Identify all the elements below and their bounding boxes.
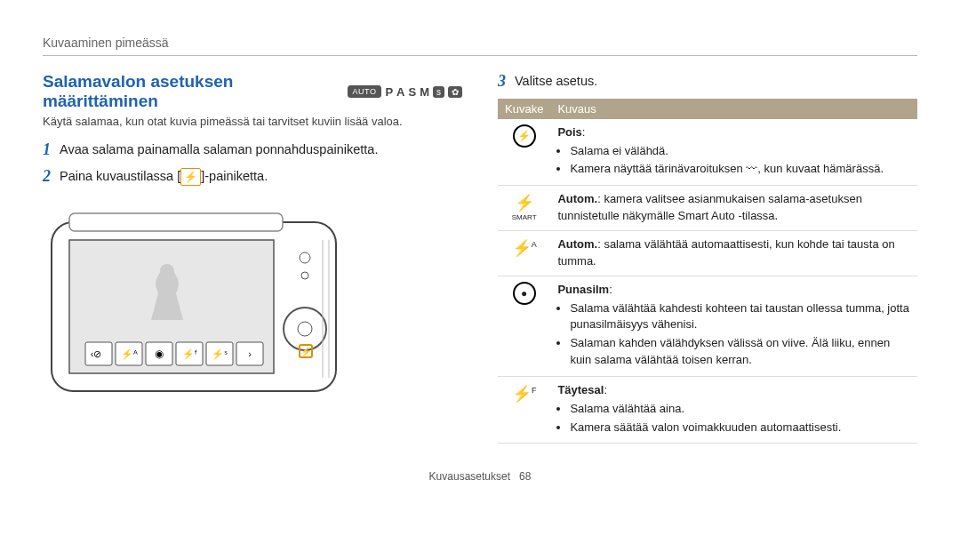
flash-button-icon: ⚡ bbox=[180, 168, 201, 186]
section-heading-row: Salamavalon asetuksen määrittäminen AUTO… bbox=[43, 72, 462, 111]
table-row: ● Punasilm: Salama välähtää kahdesti koh… bbox=[498, 276, 917, 376]
svg-text:⚡: ⚡ bbox=[300, 346, 312, 357]
two-column-layout: Salamavalon asetuksen määrittäminen AUTO… bbox=[43, 72, 917, 444]
right-column: 3 Valitse asetus. Kuvake Kuvaus ⚡ bbox=[498, 72, 917, 444]
page-footer: Kuvausasetukset 68 bbox=[43, 470, 917, 483]
step-text: Valitse asetus. bbox=[515, 72, 597, 92]
svg-text:◉: ◉ bbox=[155, 348, 164, 360]
svg-text:⚡ᶠ: ⚡ᶠ bbox=[182, 348, 197, 360]
bullet: Kamera näyttää tärinävaroituksen 〰, kun … bbox=[570, 161, 910, 178]
step-number: 2 bbox=[43, 167, 51, 187]
section-intro: Käytä salamaa, kun otat kuvia pimeässä t… bbox=[43, 115, 462, 128]
desc-cell: Pois: Salama ei välähdä. Kamera näyttää … bbox=[550, 119, 917, 186]
step2-suffix: ]-painiketta. bbox=[201, 169, 268, 183]
table-row: ⚡ Pois: Salama ei välähdä. Kamera näyttä… bbox=[498, 119, 917, 186]
step2-prefix: Paina kuvaustilassa [ bbox=[60, 169, 180, 183]
section-title: Salamavalon asetuksen määrittäminen bbox=[43, 72, 339, 111]
svg-point-3 bbox=[160, 264, 174, 278]
desc-cell: Täytesal: Salama välähtää aina. Kamera s… bbox=[550, 376, 917, 444]
mode-extra2-icon: ✿ bbox=[448, 86, 462, 98]
th-icon: Kuvake bbox=[498, 99, 550, 119]
icon-flash-off: ⚡ bbox=[498, 119, 550, 186]
step-text: Paina kuvaustilassa [⚡]-painiketta. bbox=[60, 167, 268, 187]
mode-a-icon: A bbox=[396, 85, 404, 99]
mode-s-icon: S bbox=[408, 85, 416, 99]
step-3: 3 Valitse asetus. bbox=[498, 72, 917, 92]
mode-p-icon: P bbox=[385, 85, 393, 99]
row-title: Pois bbox=[557, 125, 581, 139]
options-table: Kuvake Kuvaus ⚡ Pois: Salama ei välähdä. bbox=[498, 99, 917, 444]
table-row: ⚡A Autom.: salama välähtää automaattises… bbox=[498, 230, 917, 276]
svg-text:⚡ˢ: ⚡ˢ bbox=[212, 348, 228, 360]
bullet: Kamera säätää valon voimakkuuden automaa… bbox=[570, 420, 910, 436]
svg-text:‹⊘: ‹⊘ bbox=[91, 348, 102, 359]
bullet: Salaman kahden välähdyksen välissä on vi… bbox=[570, 335, 910, 369]
svg-text:⚡ᴬ: ⚡ᴬ bbox=[121, 348, 138, 360]
th-desc: Kuvaus bbox=[550, 99, 917, 119]
step-2: 2 Paina kuvaustilassa [⚡]-painiketta. bbox=[43, 167, 462, 187]
divider bbox=[43, 55, 917, 56]
left-column: Salamavalon asetuksen määrittäminen AUTO… bbox=[43, 72, 462, 444]
row-title: Täytesal bbox=[557, 383, 604, 396]
chapter-title: Kuvaaminen pimeässä bbox=[43, 36, 917, 50]
icon-redeye: ● bbox=[498, 276, 550, 376]
manual-page: Kuvaaminen pimeässä Salamavalon asetukse… bbox=[0, 0, 960, 500]
footer-section: Kuvausasetukset bbox=[429, 470, 510, 483]
icon-flash-smart: ⚡SMART bbox=[498, 186, 550, 231]
row-plain: : salama välähtää automaattisesti, kun k… bbox=[557, 237, 894, 268]
mode-extra1-icon: s bbox=[433, 86, 444, 98]
mode-auto-icon: AUTO bbox=[348, 85, 382, 98]
desc-cell: Autom.: salama välähtää automaattisesti,… bbox=[550, 230, 917, 276]
table-row: ⚡F Täytesal: Salama välähtää aina. Kamer… bbox=[498, 376, 917, 444]
row-title: Punasilm bbox=[557, 283, 609, 296]
step-number: 3 bbox=[498, 72, 506, 92]
step-1: 1 Avaa salama painamalla salaman ponnahd… bbox=[43, 140, 462, 160]
footer-page: 68 bbox=[519, 470, 531, 483]
bullet: Salama ei välähdä. bbox=[570, 143, 910, 160]
mode-icons: AUTO P A S M s ✿ bbox=[348, 85, 462, 99]
row-plain: : kamera valitsee asianmukaisen salama-a… bbox=[557, 192, 861, 222]
desc-cell: Autom.: kamera valitsee asianmukaisen sa… bbox=[550, 186, 917, 231]
table-row: ⚡SMART Autom.: kamera valitsee asianmuka… bbox=[498, 186, 917, 231]
icon-flash-auto: ⚡A bbox=[498, 230, 550, 276]
icon-fill-flash: ⚡F bbox=[498, 376, 550, 444]
bullet: Salama välähtää aina. bbox=[570, 401, 910, 418]
svg-rect-1 bbox=[69, 213, 283, 231]
mode-m-icon: M bbox=[420, 85, 429, 99]
camera-illustration: ‹⊘ ⚡ᴬ ◉ ⚡ᶠ ⚡ˢ › ⚡ bbox=[43, 204, 345, 409]
step-text: Avaa salama painamalla salaman ponnahdus… bbox=[60, 140, 378, 160]
svg-text:›: › bbox=[248, 348, 252, 359]
desc-cell: Punasilm: Salama välähtää kahdesti kohte… bbox=[550, 276, 917, 376]
bullet: Salama välähtää kahdesti kohteen tai tau… bbox=[570, 300, 910, 334]
step-number: 1 bbox=[43, 140, 51, 160]
